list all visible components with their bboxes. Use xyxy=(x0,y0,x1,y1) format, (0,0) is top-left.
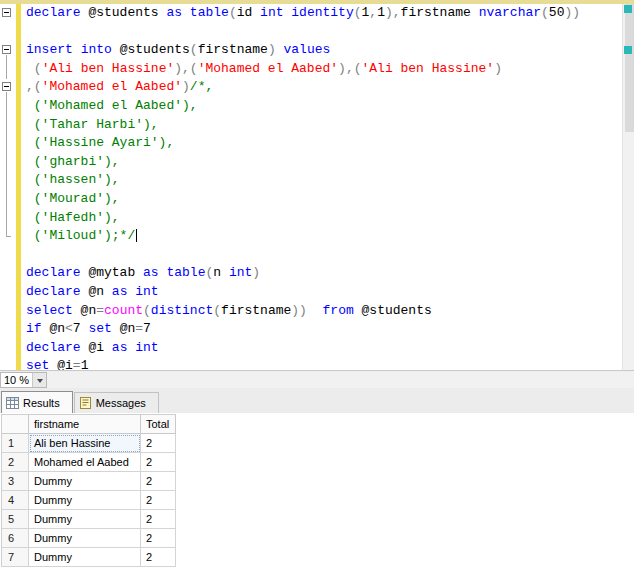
tab-label: Results xyxy=(23,397,60,409)
column-header-firstname[interactable]: firstname xyxy=(29,415,141,434)
table-row: 4Dummy2 xyxy=(2,491,176,510)
column-header-total[interactable]: Total xyxy=(141,415,176,434)
code-line[interactable]: ('Hassine Ayari'), xyxy=(0,134,622,153)
code-text: select @n=count(distinct(firstname)) fro… xyxy=(16,302,432,321)
cell-firstname[interactable]: Ali ben Hassine xyxy=(29,434,141,453)
table-row: 1Ali ben Hassine2 xyxy=(2,434,176,453)
fold-margin xyxy=(0,246,16,265)
row-number-cell[interactable]: 1 xyxy=(2,434,29,453)
code-line[interactable]: set @i=1 xyxy=(0,357,622,370)
row-number-cell[interactable]: 2 xyxy=(2,453,29,472)
fold-collapse-icon[interactable] xyxy=(0,41,16,60)
fold-margin xyxy=(0,357,16,370)
cell-firstname[interactable]: Mohamed el Aabed xyxy=(29,453,141,472)
code-line[interactable]: declare @students as table(id int identi… xyxy=(0,4,622,23)
row-number-cell[interactable]: 4 xyxy=(2,491,29,510)
fold-margin xyxy=(0,134,16,153)
code-text: ('Hafedh'), xyxy=(16,209,120,228)
code-line[interactable]: ('Mohamed el Aabed'), xyxy=(0,97,622,116)
fold-collapse-icon[interactable] xyxy=(0,4,16,23)
fold-margin xyxy=(0,302,16,321)
code-line[interactable]: if @n<7 set @n=7 xyxy=(0,320,622,339)
tab-results[interactable]: Results xyxy=(1,391,73,413)
code-line[interactable]: ,('Mohamed el Aabed')/*, xyxy=(0,78,622,97)
table-row: 2Mohamed el Aabed2 xyxy=(2,453,176,472)
code-line[interactable]: declare @i as int xyxy=(0,339,622,358)
grid-corner-cell[interactable] xyxy=(2,415,29,434)
messages-icon xyxy=(79,397,92,409)
fold-margin xyxy=(0,264,16,283)
code-text: declare @n as int xyxy=(16,283,159,302)
fold-collapse-icon[interactable] xyxy=(0,78,16,97)
row-number-cell[interactable]: 5 xyxy=(2,510,29,529)
table-row: 6Dummy2 xyxy=(2,529,176,548)
fold-margin xyxy=(0,116,16,135)
fold-margin xyxy=(0,227,16,246)
code-line[interactable] xyxy=(0,246,622,265)
row-number-cell[interactable]: 3 xyxy=(2,472,29,491)
code-text: declare @students as table(id int identi… xyxy=(16,4,580,23)
cell-firstname[interactable]: Dummy xyxy=(29,548,141,567)
chevron-down-icon xyxy=(32,373,46,387)
code-line[interactable]: insert into @students(firstname) values xyxy=(0,41,622,60)
scrollbar-thumb[interactable] xyxy=(625,4,634,132)
code-text: ('Mourad'), xyxy=(16,190,120,209)
row-number-cell[interactable]: 7 xyxy=(2,548,29,567)
fold-margin xyxy=(0,153,16,172)
vertical-scrollbar[interactable] xyxy=(622,4,634,370)
cell-firstname[interactable]: Dummy xyxy=(29,491,141,510)
scrollbar-annotation-mark xyxy=(624,46,632,54)
code-text: declare @mytab as table(n int) xyxy=(16,264,260,283)
cell-total[interactable]: 2 xyxy=(141,434,176,453)
fold-margin xyxy=(0,23,16,42)
horizontal-scrollbar[interactable] xyxy=(47,372,634,388)
fold-margin xyxy=(0,97,16,116)
cell-total[interactable]: 2 xyxy=(141,548,176,567)
fold-margin xyxy=(0,283,16,302)
code-line[interactable]: declare @mytab as table(n int) xyxy=(0,264,622,283)
code-line[interactable]: declare @n as int xyxy=(0,283,622,302)
fold-margin xyxy=(0,339,16,358)
sql-editor[interactable]: declare @students as table(id int identi… xyxy=(0,4,622,370)
code-text: if @n<7 set @n=7 xyxy=(16,320,151,339)
code-line[interactable]: ('hassen'), xyxy=(0,171,622,190)
code-text: ('gharbi'), xyxy=(16,153,120,172)
table-row: 3Dummy2 xyxy=(2,472,176,491)
table-row: 7Dummy2 xyxy=(2,548,176,567)
code-line[interactable]: ('Mourad'), xyxy=(0,190,622,209)
code-line[interactable]: ('Hafedh'), xyxy=(0,209,622,228)
fold-margin xyxy=(0,171,16,190)
cell-firstname[interactable]: Dummy xyxy=(29,472,141,491)
cell-total[interactable]: 2 xyxy=(141,453,176,472)
zoom-dropdown[interactable]: 10 % xyxy=(0,372,47,388)
cell-total[interactable]: 2 xyxy=(141,510,176,529)
code-line[interactable]: select @n=count(distinct(firstname)) fro… xyxy=(0,302,622,321)
code-text: ('Miloud');*/ xyxy=(16,227,137,246)
code-line[interactable]: ('Tahar Harbi'), xyxy=(0,116,622,135)
results-grid-icon xyxy=(6,397,19,409)
code-line[interactable]: ('Miloud');*/ xyxy=(0,227,622,246)
code-text: set @i=1 xyxy=(16,357,88,370)
fold-margin xyxy=(0,190,16,209)
cell-total[interactable]: 2 xyxy=(141,472,176,491)
results-pane-tab-bar: Results Messages xyxy=(0,388,634,413)
cell-firstname[interactable]: Dummy xyxy=(29,510,141,529)
code-line[interactable]: ('gharbi'), xyxy=(0,153,622,172)
cell-total[interactable]: 2 xyxy=(141,529,176,548)
table-row: 5Dummy2 xyxy=(2,510,176,529)
code-line[interactable]: ('Ali ben Hassine'),('Mohamed el Aabed')… xyxy=(0,60,622,79)
code-text: ,('Mohamed el Aabed')/*, xyxy=(16,78,213,97)
cell-firstname[interactable]: Dummy xyxy=(29,529,141,548)
code-line[interactable] xyxy=(0,23,622,42)
tab-messages[interactable]: Messages xyxy=(74,392,159,413)
code-text: ('hassen'), xyxy=(16,171,120,190)
results-grid: firstname Total 1Ali ben Hassine22Mohame… xyxy=(1,414,176,567)
code-text: ('Hassine Ayari'), xyxy=(16,134,174,153)
results-pane: firstname Total 1Ali ben Hassine22Mohame… xyxy=(0,413,634,588)
row-number-cell[interactable]: 6 xyxy=(2,529,29,548)
cell-total[interactable]: 2 xyxy=(141,491,176,510)
code-text: declare @i as int xyxy=(16,339,159,358)
code-text: ('Mohamed el Aabed'), xyxy=(16,97,198,116)
scrollbar-annotation-mark xyxy=(624,5,632,13)
code-lines-container: declare @students as table(id int identi… xyxy=(0,4,622,370)
